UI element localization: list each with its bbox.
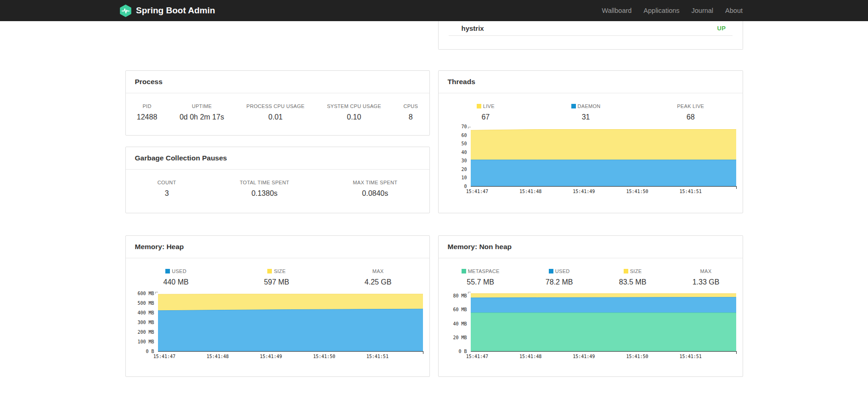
memory-heap-card-title: Memory: Heap (126, 236, 429, 258)
nav-links: Wallboard Applications Journal About (596, 7, 749, 14)
used-swatch-icon (549, 269, 553, 273)
chart-plot-area (471, 292, 736, 352)
threads-legend: LIVE 67 DAEMON 31 PEAK LIVE 68 (439, 93, 743, 121)
legend-label: SIZE (264, 268, 289, 274)
status-badge: UP (717, 25, 726, 32)
daemon-swatch-icon (571, 104, 576, 108)
legend-value: 4.25 GB (365, 278, 392, 286)
stat-value: 12488 (137, 113, 158, 121)
y-axis: 706050403020100 (448, 127, 471, 187)
legend-label-text: SIZE (274, 268, 286, 274)
brand-link[interactable]: Spring Boot Admin (119, 5, 215, 17)
legend-label-text: METASPACE (468, 268, 500, 274)
threads-card-title: Threads (439, 71, 743, 93)
stat-uptime: UPTIME 0d 0h 2m 17s (180, 103, 224, 121)
legend-threads-daemon: DAEMON 31 (571, 103, 601, 121)
stat-value: 3 (158, 189, 176, 198)
brand-title: Spring Boot Admin (136, 6, 215, 16)
stat-label: UPTIME (180, 103, 224, 109)
nav-item-applications[interactable]: Applications (637, 7, 685, 14)
stat-cpus: CPUS 8 (403, 103, 418, 121)
axis-corner-tick (468, 127, 471, 129)
legend-value: 31 (571, 113, 601, 121)
stat-value: 8 (403, 113, 418, 121)
navbar-inner: Spring Boot Admin Wallboard Applications… (119, 0, 749, 21)
memory-heap-chart: 600 MB500 MB400 MB300 MB200 MB100 MB0 B … (135, 292, 423, 359)
legend-label-text: DAEMON (578, 103, 601, 109)
legend-value: 68 (677, 113, 704, 121)
legend-label: SIZE (619, 268, 647, 274)
x-axis: 15:41:4715:41:4815:41:4915:41:5015:41:51 (471, 187, 736, 194)
application-row[interactable]: hystrix UP (439, 21, 743, 35)
legend-value: 67 (477, 113, 495, 121)
stat-label: PROCESS CPU USAGE (247, 103, 305, 109)
legend-nonheap-max: MAX 1.33 GB (693, 268, 720, 286)
process-card-title: Process (126, 71, 429, 93)
chart-plot-area (471, 127, 736, 187)
stat-process-cpu-usage: PROCESS CPU USAGE 0.01 (247, 103, 305, 121)
axis-corner-tick (468, 292, 471, 294)
stat-label: COUNT (158, 180, 176, 185)
nav-item-journal[interactable]: Journal (686, 7, 720, 14)
legend-value: 83.5 MB (619, 278, 647, 286)
legend-value: 55.7 MB (462, 278, 500, 286)
nav-item-about[interactable]: About (719, 7, 749, 14)
stat-label: SYSTEM CPU USAGE (327, 103, 381, 109)
legend-nonheap-used: USED 78.2 MB (546, 268, 573, 286)
process-stats: PID 12488 UPTIME 0d 0h 2m 17s PROCESS CP… (126, 93, 429, 121)
axis-end-tick (736, 186, 737, 189)
legend-label-text: MAX (372, 268, 384, 274)
legend-label-text: MAX (700, 268, 712, 274)
stat-label: TOTAL TIME SPENT (240, 180, 289, 185)
stat-system-cpu-usage: SYSTEM CPU USAGE 0.10 (327, 103, 381, 121)
x-axis: 15:41:4715:41:4815:41:4915:41:5015:41:51 (158, 352, 423, 359)
x-axis: 15:41:4715:41:4815:41:4915:41:5015:41:51 (471, 352, 736, 359)
application-status-card: hystrix UP (438, 21, 743, 50)
stat-gc-count: COUNT 3 (158, 180, 176, 198)
y-axis: 600 MB500 MB400 MB300 MB200 MB100 MB0 B (135, 292, 158, 352)
size-swatch-icon (624, 269, 628, 273)
memory-nonheap-card: Memory: Non heap METASPACE 55.7 MB USED … (438, 235, 743, 377)
stat-label: MAX TIME SPENT (353, 180, 397, 185)
stat-value: 0.10 (327, 113, 381, 121)
metaspace-swatch-icon (462, 269, 466, 273)
threads-chart: 706050403020100 15:41:4715:41:4815:41:49… (448, 127, 736, 194)
left-column: Process PID 12488 UPTIME 0d 0h 2m 17s PR… (125, 21, 430, 377)
legend-nonheap-size: SIZE 83.5 MB (619, 268, 647, 286)
navbar: Spring Boot Admin Wallboard Applications… (0, 0, 868, 21)
stat-value: 0.1380s (240, 189, 289, 198)
axis-end-tick (423, 351, 423, 354)
gc-pauses-card-title: Garbage Collection Pauses (126, 147, 429, 170)
legend-label-text: SIZE (630, 268, 642, 274)
live-swatch-icon (477, 104, 481, 108)
legend-label-text: LIVE (483, 103, 495, 109)
legend-label: METASPACE (462, 268, 500, 274)
size-swatch-icon (267, 269, 272, 273)
legend-threads-peak-live: PEAK LIVE 68 (677, 103, 704, 121)
legend-label: USED (163, 268, 189, 274)
stat-gc-total-time: TOTAL TIME SPENT 0.1380s (240, 180, 289, 198)
stat-value: 0d 0h 2m 17s (180, 113, 224, 121)
gc-stats: COUNT 3 TOTAL TIME SPENT 0.1380s MAX TIM… (126, 170, 429, 198)
legend-label: LIVE (477, 103, 495, 109)
legend-label-text: USED (172, 268, 186, 274)
memory-heap-legend: USED 440 MB SIZE 597 MB MAX 4.25 GB (126, 258, 429, 286)
legend-heap-max: MAX 4.25 GB (365, 268, 392, 286)
stat-gc-max-time: MAX TIME SPENT 0.0840s (353, 180, 397, 198)
legend-label: PEAK LIVE (677, 103, 704, 109)
stat-value: 0.01 (247, 113, 305, 121)
legend-label: MAX (693, 268, 720, 274)
axis-corner-tick (155, 292, 158, 294)
stat-label: PID (137, 103, 158, 109)
memory-heap-card: Memory: Heap USED 440 MB SIZE 597 MB (125, 235, 430, 377)
stat-label: CPUS (403, 103, 418, 109)
spring-boot-admin-logo-icon (119, 5, 132, 17)
application-name: hystrix (462, 24, 484, 32)
legend-label-text: USED (555, 268, 570, 274)
y-axis: 80 MB60 MB40 MB20 MB0 B (448, 292, 471, 352)
memory-nonheap-chart: 80 MB60 MB40 MB20 MB0 B 15:41:4715:41:48… (448, 292, 736, 359)
legend-label: DAEMON (571, 103, 601, 109)
memory-nonheap-card-title: Memory: Non heap (439, 236, 743, 258)
chart-plot-area (158, 292, 423, 352)
nav-item-wallboard[interactable]: Wallboard (596, 7, 638, 14)
